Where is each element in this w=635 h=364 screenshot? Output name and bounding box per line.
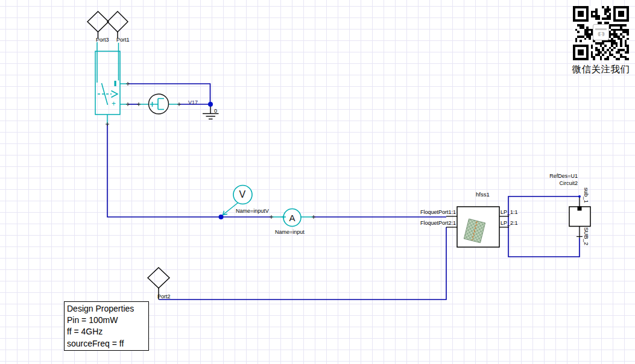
ammeter-name-label[interactable]: Name=input bbox=[275, 230, 305, 235]
junction-dot bbox=[578, 195, 581, 198]
design-properties-line: sourceFreq = ff bbox=[67, 338, 146, 350]
port-diamond bbox=[87, 11, 109, 32]
current-pin-marker bbox=[115, 81, 116, 86]
subcircuit-pin-top-label: sub_1 bbox=[584, 187, 590, 203]
port-port1[interactable] bbox=[107, 11, 128, 38]
port-diamond bbox=[107, 11, 128, 32]
qr-finder-icon bbox=[613, 6, 629, 22]
qr-code: ((□)) bbox=[573, 6, 629, 60]
ground-net-label: 0 bbox=[214, 108, 217, 114]
v17-source[interactable] bbox=[149, 94, 169, 114]
wire-net[interactable] bbox=[107, 84, 580, 300]
qr-finder-icon bbox=[573, 6, 589, 22]
hfss-pin-label-floquet1: FloquetPort1:1 bbox=[416, 210, 456, 215]
hfss-pin-label-floquet2: FloquetPort2:1 bbox=[416, 221, 456, 226]
qr-caption: 微信关注我们 bbox=[572, 63, 630, 76]
hfss-pin-label-lp1: LP_1:1 bbox=[501, 210, 518, 215]
port-diamond bbox=[148, 268, 169, 288]
probe-component[interactable] bbox=[95, 42, 127, 124]
pin-sub1-square bbox=[578, 207, 582, 211]
port-port3[interactable] bbox=[87, 11, 109, 38]
probe-plus-marker: + bbox=[112, 100, 116, 107]
wire-probe-to-junction bbox=[107, 124, 220, 217]
design-properties-title: Design Properties bbox=[67, 303, 146, 315]
hfss-pin-label-lp2: LP_2:1 bbox=[501, 221, 518, 226]
probe-body bbox=[95, 51, 120, 115]
wire-probe-i-to-gnd bbox=[128, 84, 210, 103]
design-properties-line: Pin = 100mW bbox=[67, 315, 146, 326]
voltmeter-symbol: V bbox=[239, 190, 246, 199]
qr-center-logo: ((□)) bbox=[593, 24, 609, 40]
subcircuit-refdes-label[interactable]: RefDes=U1 bbox=[531, 174, 578, 179]
v17-label[interactable]: V17 bbox=[188, 100, 198, 105]
port3-label[interactable]: Port3 bbox=[96, 37, 109, 43]
hfss-title-label[interactable]: hfss1 bbox=[476, 192, 490, 198]
qr-finder-icon bbox=[573, 45, 589, 60]
subcircuit-name-label[interactable]: Circuit2 bbox=[531, 181, 578, 186]
schematic-canvas[interactable]: Port3 Port1 Port2 + V17 0 V Name=inputV … bbox=[0, 0, 635, 364]
design-properties-note[interactable]: Design Properties Pin = 100mW ff = 4GHz … bbox=[64, 301, 149, 351]
port2-label[interactable]: Port2 bbox=[157, 294, 171, 300]
design-properties-line: ff = 4GHz bbox=[67, 326, 146, 337]
junction-dots bbox=[208, 102, 581, 219]
wire-port2-to-hfss bbox=[159, 227, 447, 300]
ammeter-symbol: A bbox=[289, 213, 295, 222]
arrowhead bbox=[112, 91, 118, 98]
subcircuit-pin-bottom-label: SUB_2 bbox=[584, 227, 590, 245]
junction-dot bbox=[219, 215, 224, 219]
junction-dot bbox=[208, 102, 213, 107]
component-leads bbox=[139, 104, 314, 217]
voltmeter-name-label[interactable]: Name=inputV bbox=[236, 209, 269, 214]
port1-label[interactable]: Port1 bbox=[116, 37, 130, 43]
